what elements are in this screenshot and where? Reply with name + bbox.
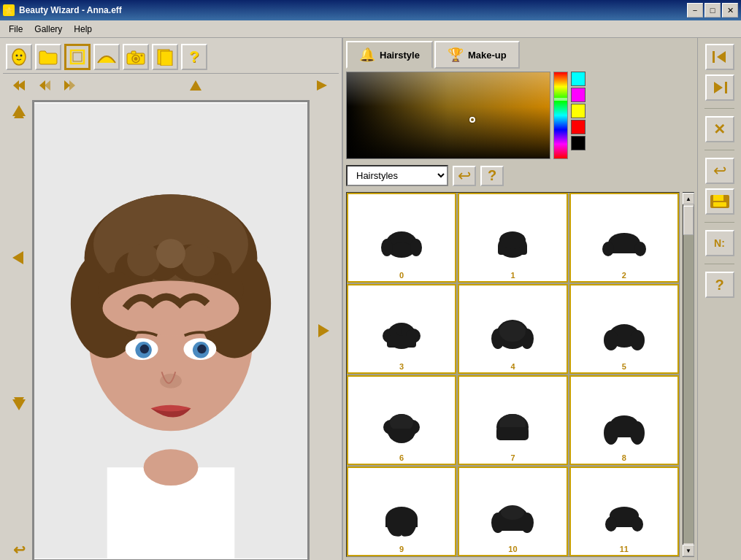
far-numbering-button[interactable]: N:	[705, 230, 734, 256]
color-gradient[interactable]	[346, 72, 550, 159]
folder-button[interactable]	[35, 44, 61, 70]
hair-cell-2[interactable]: 2	[569, 193, 679, 283]
tab-makeup[interactable]: 🏆 Make-up	[434, 41, 520, 69]
folder-icon	[38, 48, 58, 66]
hair-cell-9[interactable]: 9	[347, 467, 456, 556]
main-container: ?	[0, 38, 741, 560]
hair-num-10: 10	[508, 545, 517, 553]
hair-num-4: 4	[510, 362, 515, 371]
hair-cell-7[interactable]: 7	[458, 375, 567, 465]
svg-rect-85	[496, 427, 529, 440]
photo-up-icon	[10, 103, 28, 120]
svg-point-55	[410, 239, 422, 256]
svg-rect-107	[713, 195, 723, 201]
maximize-button[interactable]: □	[704, 3, 721, 18]
hair-cell-11[interactable]: 11	[569, 467, 679, 556]
svg-marker-22	[12, 251, 23, 264]
scroll-thumb[interactable]	[683, 206, 694, 235]
hair-cell-6[interactable]: 6	[347, 375, 456, 465]
hair-cell-4[interactable]: 4	[458, 284, 567, 374]
hair-cell-10[interactable]: 10	[458, 467, 567, 556]
far-right-toolbar: ✕ ↩ N: ?	[697, 38, 741, 560]
hairstyle-tab-icon: 🔔	[359, 47, 375, 63]
svg-point-9	[141, 55, 143, 57]
tab-hairstyle[interactable]: 🔔 Hairstyle	[346, 41, 433, 69]
photo-up-button[interactable]	[8, 103, 30, 120]
frame-button[interactable]	[64, 44, 91, 70]
swatch-cyan[interactable]	[571, 72, 585, 86]
menu-gallery[interactable]: Gallery	[28, 23, 68, 36]
svg-marker-15	[45, 80, 50, 91]
hair-num-9: 9	[399, 545, 404, 553]
far-close-button[interactable]: ✕	[705, 116, 734, 142]
hair-cell-3[interactable]: 3	[347, 284, 456, 374]
photo-right-icon	[314, 322, 331, 340]
hair-num-1: 1	[510, 271, 515, 280]
minimize-button[interactable]: −	[687, 3, 703, 18]
hair-cell-0[interactable]: 0	[347, 193, 456, 283]
hair-style-4	[491, 315, 534, 359]
swatch-red[interactable]	[571, 120, 585, 134]
arc-icon	[96, 48, 117, 66]
far-skip-first-button[interactable]	[705, 44, 734, 70]
close-button[interactable]: ✕	[722, 3, 738, 18]
swatch-yellow[interactable]	[571, 104, 585, 118]
nav-prev-button[interactable]	[34, 77, 55, 94]
far-help-button[interactable]: ?	[705, 272, 734, 298]
hairstyle-undo-button[interactable]: ↩	[453, 166, 476, 186]
nav-next-icon	[59, 79, 80, 92]
svg-rect-108	[713, 202, 726, 207]
color-spectrum[interactable]	[553, 72, 568, 159]
hair-cell-5[interactable]: 5	[569, 284, 679, 374]
photo-right-button[interactable]	[312, 322, 334, 340]
svg-rect-11	[161, 51, 172, 66]
svg-rect-8	[131, 51, 136, 54]
far-save-button[interactable]	[705, 188, 734, 215]
hairstyle-help-button[interactable]: ?	[480, 166, 504, 186]
hair-cell-8[interactable]: 8	[569, 375, 679, 465]
hair-grid-container: 0 1	[346, 192, 694, 557]
face-button[interactable]	[6, 44, 32, 70]
far-undo-button[interactable]: ↩	[705, 158, 734, 184]
hairstyle-dropdown[interactable]: Hairstyles Curly Straight Wavy	[346, 165, 448, 186]
menu-file[interactable]: File	[3, 23, 28, 36]
save-icon	[709, 192, 731, 211]
swatch-magenta[interactable]	[571, 88, 585, 102]
nav-right-top-button[interactable]	[311, 77, 333, 94]
skip-first-icon	[711, 49, 729, 65]
svg-point-1	[16, 55, 18, 57]
photo-down-button[interactable]	[8, 395, 30, 413]
svg-point-27	[144, 449, 199, 486]
nav-up-icon	[188, 79, 204, 92]
hair-style-9	[380, 498, 423, 542]
camera-button[interactable]	[123, 44, 149, 70]
window-title: Beauty Wizard - Anna.eff	[19, 5, 122, 15]
hair-cell-1[interactable]: 1	[458, 193, 567, 283]
scroll-up-button[interactable]: ▲	[683, 193, 694, 204]
svg-point-101	[631, 517, 643, 532]
nav-up-button[interactable]	[185, 77, 207, 94]
hair-style-5	[602, 315, 646, 359]
rotate-button[interactable]: ↩	[8, 541, 30, 559]
pages-button[interactable]	[152, 44, 178, 70]
svg-point-54	[381, 239, 393, 256]
help-toolbar-button[interactable]: ?	[181, 44, 207, 70]
far-skip-last-button[interactable]	[705, 74, 734, 101]
hair-num-8: 8	[622, 453, 626, 462]
svg-point-58	[499, 231, 526, 249]
svg-marker-14	[39, 80, 45, 91]
nav-first-button[interactable]	[9, 77, 31, 94]
nav-next-button[interactable]	[58, 77, 80, 94]
svg-point-40	[182, 243, 215, 276]
scroll-down-button[interactable]: ▼	[683, 545, 694, 556]
arc-button[interactable]	[93, 44, 120, 70]
toolbar: ?	[3, 41, 339, 74]
svg-point-42	[103, 281, 239, 336]
hair-grid: 0 1	[346, 192, 680, 557]
svg-point-73	[499, 321, 526, 342]
swatch-black[interactable]	[571, 136, 585, 150]
svg-point-53	[390, 242, 413, 257]
menu-help[interactable]: Help	[68, 23, 98, 36]
top-nav-bar	[3, 74, 339, 97]
photo-left-button[interactable]	[8, 249, 30, 266]
